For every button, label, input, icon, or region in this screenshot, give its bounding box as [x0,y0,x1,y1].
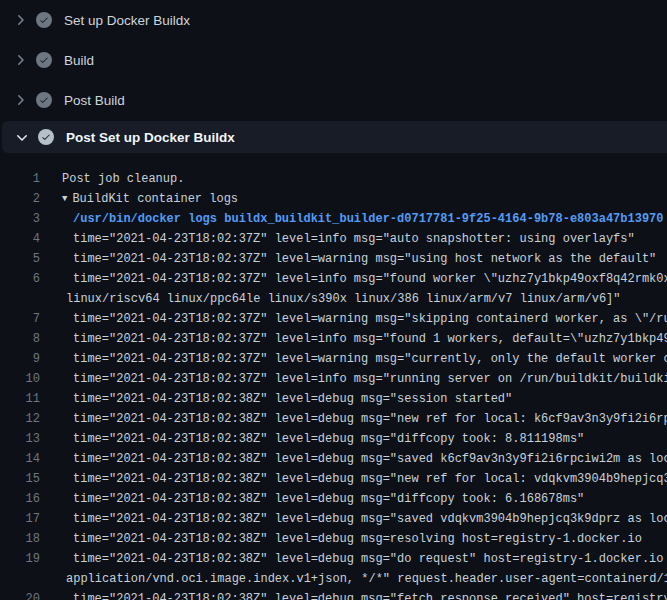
log-line: application/vnd.oci.image.index.v1+json,… [0,569,667,589]
log-text: time="2021-04-23T18:02:38Z" level=debug … [73,589,667,600]
log-text: application/vnd.oci.image.index.v1+json,… [66,569,667,589]
check-icon [36,52,52,68]
log-line: 3/usr/bin/docker logs buildx_buildkit_bu… [0,209,667,229]
log-text: time="2021-04-23T18:02:38Z" level=debug … [73,389,512,409]
log-area: 1Post job cleanup.2▼BuildKit container l… [0,153,667,600]
log-line: 11time="2021-04-23T18:02:38Z" level=debu… [0,389,667,409]
log-line: linux/riscv64 linux/ppc64le linux/s390x … [0,289,667,309]
log-line: 18time="2021-04-23T18:02:38Z" level=debu… [0,529,667,549]
log-line: 8time="2021-04-23T18:02:37Z" level=info … [0,329,667,349]
line-number[interactable]: 11 [0,389,40,409]
line-number[interactable]: 19 [0,549,40,569]
step-row-post-build[interactable]: Post Build [0,80,667,120]
log-line: 5time="2021-04-23T18:02:37Z" level=warni… [0,249,667,269]
log-line: 1Post job cleanup. [0,169,667,189]
line-number[interactable]: 7 [0,309,40,329]
command-text: /usr/bin/docker logs buildx_buildkit_bui… [73,209,664,229]
log-line: 17time="2021-04-23T18:02:38Z" level=debu… [0,509,667,529]
triangle-down-icon[interactable]: ▼ [62,189,67,209]
log-text: time="2021-04-23T18:02:38Z" level=debug … [73,489,584,509]
log-text: time="2021-04-23T18:02:37Z" level=info m… [73,229,635,249]
log-line: 16time="2021-04-23T18:02:38Z" level=debu… [0,489,667,509]
workflow-log-viewer: Set up Docker Buildx Build Post Build [0,0,667,600]
line-number [0,569,40,589]
chevron-right-icon[interactable] [12,12,28,28]
log-text: time="2021-04-23T18:02:37Z" level=info m… [73,269,667,289]
log-text: time="2021-04-23T18:02:38Z" level=debug … [73,449,667,469]
log-line: 10time="2021-04-23T18:02:37Z" level=info… [0,369,667,389]
log-line: 13time="2021-04-23T18:02:38Z" level=debu… [0,429,667,449]
step-title: Post Set up Docker Buildx [66,130,235,145]
log-line: 12time="2021-04-23T18:02:38Z" level=debu… [0,409,667,429]
line-number[interactable]: 13 [0,429,40,449]
line-number[interactable]: 15 [0,469,40,489]
line-number[interactable]: 2 [0,189,40,209]
line-number[interactable]: 17 [0,509,40,529]
log-line: 2▼BuildKit container logs [0,189,667,209]
log-line: 6time="2021-04-23T18:02:37Z" level=info … [0,269,667,289]
check-icon [36,92,52,108]
step-title: Post Build [64,93,125,108]
line-number[interactable]: 3 [0,209,40,229]
log-text: time="2021-04-23T18:02:37Z" level=warnin… [73,249,656,269]
log-text: time="2021-04-23T18:02:38Z" level=debug … [73,529,642,549]
step-title: Build [64,53,94,68]
line-number[interactable]: 6 [0,269,40,289]
line-number[interactable]: 8 [0,329,40,349]
line-number[interactable]: 20 [0,589,40,600]
log-line: 7time="2021-04-23T18:02:37Z" level=warni… [0,309,667,329]
log-text: Post job cleanup. [62,169,184,189]
log-line: 4time="2021-04-23T18:02:37Z" level=info … [0,229,667,249]
chevron-right-icon[interactable] [12,52,28,68]
step-row-post-setup-docker-buildx[interactable]: Post Set up Docker Buildx [2,121,667,153]
line-number[interactable]: 16 [0,489,40,509]
chevron-down-icon[interactable] [14,129,30,145]
log-text: linux/riscv64 linux/ppc64le linux/s390x … [66,289,621,309]
line-number[interactable]: 14 [0,449,40,469]
step-row-setup-docker-buildx[interactable]: Set up Docker Buildx [0,0,667,40]
step-title: Set up Docker Buildx [64,13,190,28]
line-number [0,289,40,309]
line-number[interactable]: 10 [0,369,40,389]
log-line: 14time="2021-04-23T18:02:38Z" level=debu… [0,449,667,469]
line-number[interactable]: 4 [0,229,40,249]
log-text: time="2021-04-23T18:02:37Z" level=warnin… [73,349,667,369]
steps-list: Set up Docker Buildx Build Post Build [0,0,667,153]
log-text: time="2021-04-23T18:02:37Z" level=info m… [73,329,667,349]
line-number[interactable]: 18 [0,529,40,549]
log-text: time="2021-04-23T18:02:38Z" level=debug … [73,469,667,489]
group-toggle-label[interactable]: ▼BuildKit container logs [62,189,238,209]
line-number[interactable]: 12 [0,409,40,429]
line-number[interactable]: 5 [0,249,40,269]
log-line: 15time="2021-04-23T18:02:38Z" level=debu… [0,469,667,489]
log-text: time="2021-04-23T18:02:37Z" level=info m… [73,369,667,389]
step-row-build[interactable]: Build [0,40,667,80]
log-text: time="2021-04-23T18:02:38Z" level=debug … [73,429,584,449]
log-line: 19time="2021-04-23T18:02:38Z" level=debu… [0,549,667,569]
chevron-right-icon[interactable] [12,92,28,108]
log-line: 20time="2021-04-23T18:02:38Z" level=debu… [0,589,667,600]
line-number[interactable]: 1 [0,169,40,189]
line-number[interactable]: 9 [0,349,40,369]
check-icon [36,12,52,28]
log-line: 9time="2021-04-23T18:02:37Z" level=warni… [0,349,667,369]
log-text: time="2021-04-23T18:02:37Z" level=warnin… [73,309,667,329]
check-icon [38,129,54,145]
log-text: time="2021-04-23T18:02:38Z" level=debug … [73,409,667,429]
log-text: time="2021-04-23T18:02:38Z" level=debug … [73,549,667,569]
log-text: time="2021-04-23T18:02:38Z" level=debug … [73,509,667,529]
